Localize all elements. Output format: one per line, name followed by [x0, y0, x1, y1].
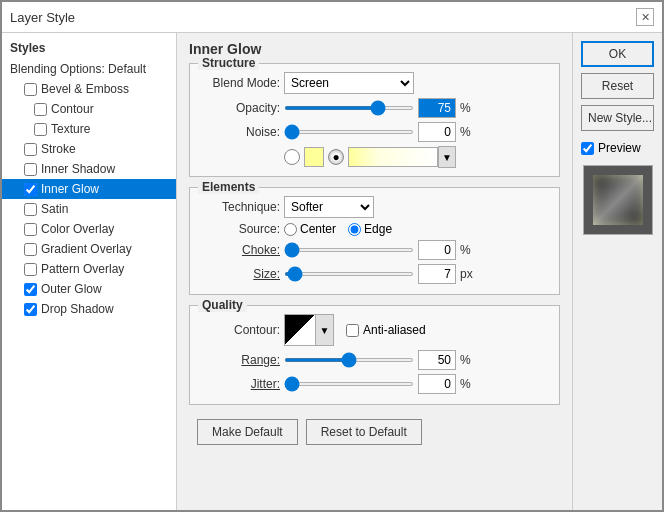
noise-row: Noise: %: [200, 122, 549, 142]
technique-row: Technique: Softer Precise: [200, 196, 549, 218]
choke-slider[interactable]: [284, 248, 414, 252]
pattern-overlay-label: Pattern Overlay: [41, 262, 124, 276]
source-label: Source:: [200, 222, 280, 236]
blending-options-label: Blending Options: Default: [10, 62, 146, 76]
contour-box[interactable]: [284, 314, 316, 346]
quality-title: Quality: [198, 298, 247, 312]
drop-shadow-checkbox[interactable]: [24, 303, 37, 316]
jitter-row: Jitter: %: [200, 374, 549, 394]
sidebar-item-satin[interactable]: Satin: [2, 199, 176, 219]
range-slider[interactable]: [284, 358, 414, 362]
jitter-pct: %: [460, 377, 471, 391]
source-center-label[interactable]: Center: [284, 222, 336, 236]
anti-aliased-label[interactable]: Anti-aliased: [346, 323, 426, 337]
contour-checkbox[interactable]: [34, 103, 47, 116]
white-circle-btn[interactable]: [284, 149, 300, 165]
titlebar: Layer Style ✕: [2, 2, 662, 33]
anti-aliased-checkbox[interactable]: [346, 324, 359, 337]
make-default-button[interactable]: Make Default: [197, 419, 298, 445]
range-row: Range: %: [200, 350, 549, 370]
quality-section: Quality Contour: ▼ Anti-aliased Range:: [189, 305, 560, 405]
source-edge-radio[interactable]: [348, 223, 361, 236]
preview-label[interactable]: Preview: [581, 141, 654, 155]
bevel-emboss-label: Bevel & Emboss: [41, 82, 129, 96]
sidebar-item-stroke[interactable]: Stroke: [2, 139, 176, 159]
preview-inner: [593, 175, 643, 225]
size-row: Size: px: [200, 264, 549, 284]
noise-input[interactable]: [418, 122, 456, 142]
main-content: Styles Blending Options: Default Bevel &…: [2, 33, 662, 510]
blend-mode-select[interactable]: Screen Normal Multiply Overlay: [284, 72, 414, 94]
satin-checkbox[interactable]: [24, 203, 37, 216]
opacity-row: Opacity: %: [200, 98, 549, 118]
gradient-circle-btn[interactable]: ●: [328, 149, 344, 165]
ok-button[interactable]: OK: [581, 41, 654, 67]
color-swatch[interactable]: [304, 147, 324, 167]
size-label: Size:: [200, 267, 280, 281]
sidebar-item-bevel-emboss[interactable]: Bevel & Emboss: [2, 79, 176, 99]
layer-style-dialog: Layer Style ✕ Styles Blending Options: D…: [0, 0, 664, 512]
inner-glow-checkbox[interactable]: [24, 183, 37, 196]
noise-slider[interactable]: [284, 130, 414, 134]
panel-title: Inner Glow: [189, 41, 560, 57]
reset-to-default-button[interactable]: Reset to Default: [306, 419, 422, 445]
gradient-overlay-label: Gradient Overlay: [41, 242, 132, 256]
color-overlay-label: Color Overlay: [41, 222, 114, 236]
choke-pct: %: [460, 243, 471, 257]
bottom-buttons: Make Default Reset to Default: [189, 415, 560, 453]
satin-label: Satin: [41, 202, 68, 216]
source-edge-label[interactable]: Edge: [348, 222, 392, 236]
inner-glow-label: Inner Glow: [41, 182, 99, 196]
technique-select[interactable]: Softer Precise: [284, 196, 374, 218]
sidebar-item-inner-shadow[interactable]: Inner Shadow: [2, 159, 176, 179]
texture-checkbox[interactable]: [34, 123, 47, 136]
sidebar-item-outer-glow[interactable]: Outer Glow: [2, 279, 176, 299]
sidebar-item-inner-glow[interactable]: Inner Glow: [2, 179, 176, 199]
drop-shadow-label: Drop Shadow: [41, 302, 114, 316]
sidebar-item-blending-options[interactable]: Blending Options: Default: [2, 59, 176, 79]
reset-button[interactable]: Reset: [581, 73, 654, 99]
gradient-overlay-checkbox[interactable]: [24, 243, 37, 256]
opacity-slider[interactable]: [284, 106, 414, 110]
color-overlay-checkbox[interactable]: [24, 223, 37, 236]
bevel-emboss-checkbox[interactable]: [24, 83, 37, 96]
gradient-dropdown-arrow[interactable]: ▼: [438, 146, 456, 168]
sidebar-item-color-overlay[interactable]: Color Overlay: [2, 219, 176, 239]
contour-dropdown-arrow[interactable]: ▼: [316, 314, 334, 346]
jitter-slider[interactable]: [284, 382, 414, 386]
structure-section: Structure Blend Mode: Screen Normal Mult…: [189, 63, 560, 177]
stroke-checkbox[interactable]: [24, 143, 37, 156]
stroke-label: Stroke: [41, 142, 76, 156]
sidebar-header: Styles: [2, 37, 176, 59]
outer-glow-checkbox[interactable]: [24, 283, 37, 296]
choke-input[interactable]: [418, 240, 456, 260]
opacity-input[interactable]: [418, 98, 456, 118]
contour-picker: ▼: [284, 314, 334, 346]
new-style-button[interactable]: New Style...: [581, 105, 654, 131]
preview-checkbox[interactable]: [581, 142, 594, 155]
sidebar-item-texture[interactable]: Texture: [2, 119, 176, 139]
preview-text: Preview: [598, 141, 641, 155]
source-center-radio[interactable]: [284, 223, 297, 236]
inner-shadow-label: Inner Shadow: [41, 162, 115, 176]
structure-title: Structure: [198, 56, 259, 70]
sidebar-item-contour[interactable]: Contour: [2, 99, 176, 119]
jitter-input[interactable]: [418, 374, 456, 394]
blend-mode-label: Blend Mode:: [200, 76, 280, 90]
size-slider[interactable]: [284, 272, 414, 276]
size-input[interactable]: [418, 264, 456, 284]
gradient-bar[interactable]: [348, 147, 438, 167]
opacity-pct: %: [460, 101, 471, 115]
sidebar-item-drop-shadow[interactable]: Drop Shadow: [2, 299, 176, 319]
pattern-overlay-checkbox[interactable]: [24, 263, 37, 276]
range-input[interactable]: [418, 350, 456, 370]
sidebar-item-pattern-overlay[interactable]: Pattern Overlay: [2, 259, 176, 279]
sidebar-item-gradient-overlay[interactable]: Gradient Overlay: [2, 239, 176, 259]
inner-shadow-checkbox[interactable]: [24, 163, 37, 176]
contour-label: Contour:: [200, 323, 280, 337]
close-button[interactable]: ✕: [636, 8, 654, 26]
texture-label: Texture: [51, 122, 90, 136]
contour-row: Contour: ▼ Anti-aliased: [200, 314, 549, 346]
anti-aliased-text: Anti-aliased: [363, 323, 426, 337]
technique-label: Technique:: [200, 200, 280, 214]
